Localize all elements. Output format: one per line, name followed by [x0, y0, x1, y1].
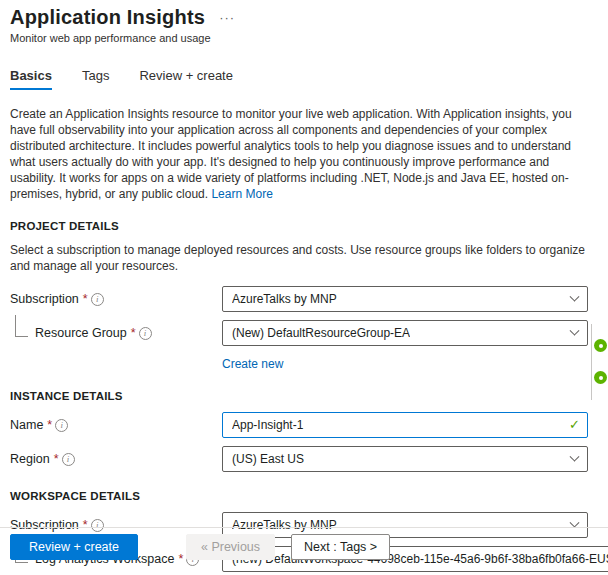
name-label: Name * i	[10, 418, 222, 432]
footer-actions: Review + create « Previous Next : Tags >	[10, 534, 598, 560]
required-asterisk: *	[54, 452, 59, 466]
page-title: Application Insights	[10, 6, 205, 29]
green-marker-dot	[594, 339, 607, 352]
valid-check-icon: ✓	[569, 417, 580, 432]
chevron-down-icon	[570, 291, 580, 301]
info-icon[interactable]: i	[139, 327, 152, 340]
resource-group-row: Resource Group * i (New) DefaultResource…	[10, 320, 588, 346]
project-details-heading: PROJECT DETAILS	[10, 220, 598, 232]
chevron-down-icon	[570, 451, 580, 461]
region-row: Region * i (US) East US	[10, 446, 588, 472]
info-icon[interactable]: i	[55, 419, 68, 432]
region-label: Region * i	[10, 452, 222, 466]
resource-group-value: (New) DefaultResourceGroup-EA	[232, 326, 410, 340]
previous-button[interactable]: « Previous	[186, 534, 275, 560]
subscription-dropdown[interactable]: AzureTalks by MNP	[222, 286, 588, 312]
info-icon[interactable]: i	[91, 293, 104, 306]
info-icon[interactable]: i	[91, 519, 104, 532]
scrollbar[interactable]	[591, 324, 592, 400]
tab-basics[interactable]: Basics	[10, 68, 52, 90]
review-create-button[interactable]: Review + create	[10, 534, 138, 560]
footer-divider	[0, 527, 608, 528]
intro-paragraph: Create an Application Insights resource …	[10, 106, 598, 202]
page-subtitle: Monitor web app performance and usage	[10, 32, 598, 44]
chevron-down-icon	[570, 517, 580, 527]
subscription-row: Subscription * i AzureTalks by MNP	[10, 286, 588, 312]
name-row: Name * i ✓	[10, 412, 588, 438]
info-icon[interactable]: i	[62, 453, 75, 466]
instance-details-heading: INSTANCE DETAILS	[10, 390, 598, 402]
tab-strip: Basics Tags Review + create	[0, 68, 608, 90]
workspace-details-heading: WORKSPACE DETAILS	[10, 490, 598, 502]
resource-group-label: Resource Group * i	[10, 322, 222, 344]
region-dropdown[interactable]: (US) East US	[222, 446, 588, 472]
subscription-label: Subscription * i	[10, 292, 222, 306]
learn-more-link[interactable]: Learn More	[211, 187, 272, 201]
chevron-down-icon	[570, 325, 580, 335]
create-new-link[interactable]: Create new	[222, 357, 283, 371]
required-asterisk: *	[83, 518, 88, 532]
tab-review-create[interactable]: Review + create	[139, 68, 233, 90]
name-input[interactable]	[222, 412, 588, 438]
tab-tags[interactable]: Tags	[82, 68, 109, 90]
workspace-subscription-label: Subscription * i	[10, 518, 222, 532]
workspace-subscription-value: AzureTalks by MNP	[232, 518, 337, 532]
next-tags-button[interactable]: Next : Tags >	[291, 534, 390, 560]
application-insights-create-page: Application Insights ··· Monitor web app…	[0, 0, 608, 575]
required-asterisk: *	[47, 418, 52, 432]
subscription-value: AzureTalks by MNP	[232, 292, 337, 306]
required-asterisk: *	[83, 292, 88, 306]
green-marker-dot	[594, 371, 607, 384]
tree-connector	[15, 315, 28, 337]
required-asterisk: *	[131, 326, 136, 340]
intro-text: Create an Application Insights resource …	[10, 107, 572, 201]
resource-group-dropdown[interactable]: (New) DefaultResourceGroup-EA	[222, 320, 588, 346]
region-value: (US) East US	[232, 452, 304, 466]
page-header: Application Insights ··· Monitor web app…	[0, 0, 608, 44]
project-details-description: Select a subscription to manage deployed…	[10, 242, 590, 274]
more-options-icon[interactable]: ···	[219, 10, 235, 25]
